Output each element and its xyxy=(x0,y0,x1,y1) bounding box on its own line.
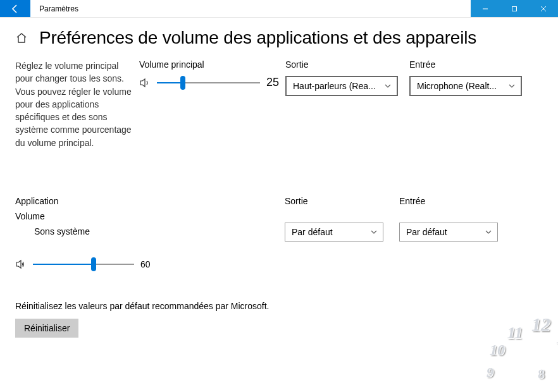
maximize-button[interactable] xyxy=(500,0,529,17)
system-sounds-slider[interactable] xyxy=(33,258,134,271)
titlebar: Paramètres xyxy=(0,0,558,18)
clock-number-10: 10 xyxy=(490,341,505,358)
chevron-down-icon xyxy=(384,82,392,90)
system-sounds-output-value: Par défaut xyxy=(292,227,333,237)
page-header: Préférences de volume des applications e… xyxy=(15,28,543,48)
output-select[interactable]: Haut-parleurs (Rea... xyxy=(285,76,398,96)
reset-button[interactable]: Réinitialiser xyxy=(15,319,78,338)
slider-thumb[interactable] xyxy=(180,76,185,90)
chevron-down-icon xyxy=(370,228,378,236)
output-section: Sortie Haut-parleurs (Rea... xyxy=(285,59,406,96)
maximize-icon xyxy=(511,6,518,12)
chevron-down-icon xyxy=(485,228,492,236)
system-sounds-value: 60 xyxy=(140,259,156,269)
clock-number-9: 9 xyxy=(487,364,493,381)
input-value: Microphone (Realt... xyxy=(417,81,497,91)
system-sounds-input-value: Par défaut xyxy=(406,227,447,237)
arrow-left-icon xyxy=(10,4,20,14)
output-label: Sortie xyxy=(285,59,406,70)
main-volume-row: Réglez le volume principal pour changer … xyxy=(15,59,543,149)
main-volume-control: 25 xyxy=(139,76,282,89)
home-icon[interactable] xyxy=(15,32,28,44)
input-section: Entrée Microphone (Realt... xyxy=(409,59,530,96)
app-volumes-section: Application Volume Sons système 60 Sorti… xyxy=(15,196,543,271)
app-output-column: Sortie Par défaut xyxy=(285,196,395,242)
volume-header: Volume xyxy=(15,211,281,221)
reset-text: Réinitialisez les valeurs par défaut rec… xyxy=(15,301,543,311)
main-volume-value: 25 xyxy=(266,76,282,89)
app-input-column: Entrée Par défaut xyxy=(399,196,510,242)
main-volume-slider[interactable] xyxy=(157,77,260,89)
window-controls xyxy=(471,0,558,17)
minimize-button[interactable] xyxy=(471,0,500,17)
main-volume-label: Volume principal xyxy=(139,59,282,70)
speaker-icon[interactable] xyxy=(15,259,27,270)
reset-section: Réinitialisez les valeurs par défaut rec… xyxy=(15,301,543,338)
input-label: Entrée xyxy=(409,59,530,70)
page-title: Préférences de volume des applications e… xyxy=(39,28,476,48)
app-header: Application xyxy=(15,196,281,206)
input-select[interactable]: Microphone (Realt... xyxy=(409,76,522,96)
window-title: Paramètres xyxy=(30,0,471,17)
speaker-icon[interactable] xyxy=(139,77,151,89)
svg-rect-1 xyxy=(512,6,517,11)
minimize-icon xyxy=(482,6,488,12)
slider-thumb[interactable] xyxy=(91,257,96,271)
system-sounds-label: Sons système xyxy=(34,226,281,236)
app-output-label: Sortie xyxy=(285,196,395,206)
back-button[interactable] xyxy=(0,0,30,17)
app-column-labels: Application Volume Sons système 60 xyxy=(15,196,281,271)
page-content: Préférences de volume des applications e… xyxy=(0,18,558,338)
chevron-down-icon xyxy=(508,82,516,90)
system-sounds-input-select[interactable]: Par défaut xyxy=(399,223,498,242)
clock-number-8: 8 xyxy=(536,366,545,381)
system-sounds-volume-control: 60 xyxy=(15,258,161,271)
app-input-label: Entrée xyxy=(399,196,510,206)
main-volume-section: Volume principal 25 xyxy=(139,59,282,89)
close-icon xyxy=(540,6,547,12)
output-value: Haut-parleurs (Rea... xyxy=(293,81,376,91)
system-sounds-output-select[interactable]: Par défaut xyxy=(285,223,383,242)
close-button[interactable] xyxy=(529,0,558,17)
main-volume-description: Réglez le volume principal pour changer … xyxy=(15,59,135,149)
